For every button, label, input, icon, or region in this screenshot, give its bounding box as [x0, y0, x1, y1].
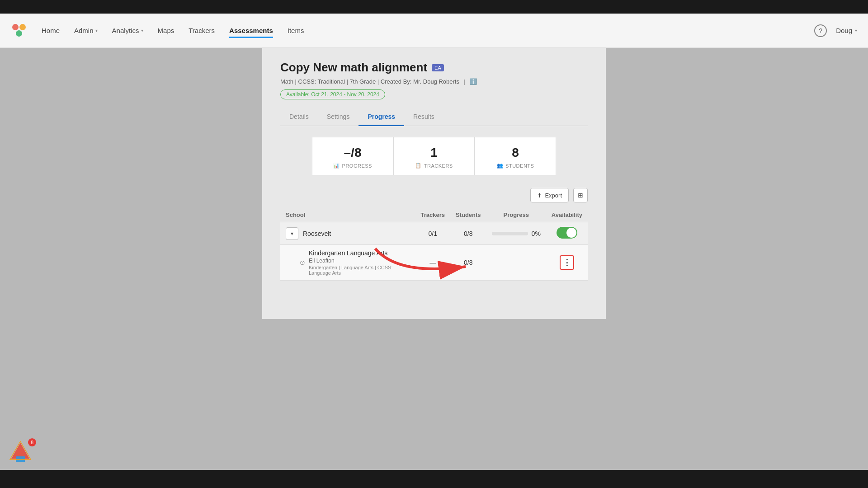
- chevron-down-icon: ▾: [291, 230, 293, 237]
- page-title: Copy New math alignment EA: [280, 61, 588, 75]
- stat-progress: –/8 📊 PROGRESS: [312, 137, 393, 175]
- stat-trackers: 1 📋 TRACKERS: [393, 137, 475, 175]
- bottom-bar: [0, 470, 868, 488]
- tab-results[interactable]: Results: [404, 108, 443, 126]
- main-content: Copy New math alignment EA Math | CCSS: …: [0, 48, 868, 470]
- toggle-knob: [566, 228, 576, 238]
- availability-badge: Available: Oct 21, 2024 - Nov 20, 2024: [280, 89, 385, 99]
- tracker-circle-icon: ⊙: [300, 259, 305, 266]
- table-row-tracker: ⊙ Kindergarten Language Arts Eli Leafton…: [280, 245, 588, 281]
- nav-maps[interactable]: Maps: [158, 23, 175, 38]
- tracker-progress-cell: [486, 245, 546, 281]
- tracker-info: Kindergarten Language Arts Eli Leafton K…: [309, 249, 410, 276]
- title-badge: EA: [432, 64, 444, 71]
- table-row-school: ▾ Roosevelt 0/1 0/8 0%: [280, 222, 588, 245]
- tracker-students-cell: 0/8: [450, 245, 486, 281]
- grid-icon: ⊞: [578, 192, 583, 199]
- page-meta: Math | CCSS: Traditional | 7th Grade | C…: [280, 78, 588, 85]
- svg-marker-4: [11, 443, 29, 459]
- svg-point-0: [12, 24, 19, 30]
- tabs: Details Settings Progress Results: [280, 108, 588, 126]
- content-panel: Copy New math alignment EA Math | CCSS: …: [262, 48, 606, 319]
- svg-point-1: [19, 24, 26, 30]
- school-progress-cell: 0%: [486, 222, 546, 245]
- school-students-cell: 0/8: [450, 222, 486, 245]
- stat-trackers-value: 1: [403, 145, 465, 160]
- nav-logo[interactable]: [11, 23, 27, 39]
- meta-separator: |: [464, 78, 465, 85]
- col-school: School: [280, 208, 415, 222]
- trackers-icon: 📋: [415, 163, 422, 169]
- nav-items: Home Admin ▾ Analytics ▾ Maps Trackers A…: [42, 23, 814, 38]
- school-trackers-cell: 0/1: [415, 222, 450, 245]
- notification-count: 8: [28, 438, 36, 446]
- stat-progress-value: –/8: [321, 145, 384, 160]
- stat-students-label: 👥 STUDENTS: [484, 163, 547, 169]
- admin-chevron-icon: ▾: [95, 28, 98, 33]
- user-chevron-icon: ▾: [855, 28, 857, 33]
- school-availability-cell: ✓: [546, 222, 588, 245]
- tracker-name-cell: ⊙ Kindergarten Language Arts Eli Leafton…: [280, 245, 415, 281]
- school-name-cell: ▾ Roosevelt: [280, 222, 415, 245]
- nav-home[interactable]: Home: [42, 23, 60, 38]
- analytics-chevron-icon: ▾: [141, 28, 143, 33]
- svg-point-2: [16, 30, 22, 37]
- expand-button[interactable]: ▾: [286, 227, 298, 240]
- help-button[interactable]: ?: [814, 24, 827, 37]
- stat-trackers-label: 📋 TRACKERS: [403, 163, 465, 169]
- stat-students: 8 👥 STUDENTS: [475, 137, 556, 175]
- tracker-availability-cell: ⋮: [546, 245, 588, 281]
- col-availability: Availability: [546, 208, 588, 222]
- table-toolbar: ⬆ Export ⊞: [280, 188, 588, 202]
- nav-assessments[interactable]: Assessments: [229, 23, 273, 38]
- availability-toggle[interactable]: ✓: [557, 227, 577, 239]
- nav-right: ? Doug ▾: [814, 24, 857, 37]
- progress-icon: 📊: [333, 163, 340, 169]
- students-icon: 👥: [497, 163, 504, 169]
- navbar: Home Admin ▾ Analytics ▾ Maps Trackers A…: [0, 14, 868, 48]
- nav-analytics[interactable]: Analytics ▾: [112, 23, 143, 38]
- user-menu[interactable]: Doug ▾: [836, 27, 857, 34]
- col-students: Students: [450, 208, 486, 222]
- nav-admin[interactable]: Admin ▾: [74, 23, 98, 38]
- info-icon[interactable]: ℹ️: [470, 78, 477, 85]
- tab-progress[interactable]: Progress: [359, 108, 404, 126]
- progress-bar: [492, 232, 528, 235]
- more-options-button[interactable]: ⋮: [560, 255, 574, 270]
- col-progress: Progress: [486, 208, 546, 222]
- tab-settings[interactable]: Settings: [318, 108, 359, 126]
- floating-notification[interactable]: 8: [9, 438, 36, 465]
- tab-details[interactable]: Details: [280, 108, 318, 126]
- col-trackers: Trackers: [415, 208, 450, 222]
- stats-row: –/8 📊 PROGRESS 1 📋 TRACKERS 8 👥 STUDENTS: [280, 137, 588, 175]
- nav-items[interactable]: Items: [288, 23, 304, 38]
- table-view-toggle[interactable]: ⊞: [573, 188, 588, 202]
- export-icon: ⬆: [537, 192, 542, 199]
- top-bar: [0, 0, 868, 14]
- tracker-trackers-cell: —: [415, 245, 450, 281]
- nav-trackers[interactable]: Trackers: [189, 23, 215, 38]
- stat-progress-label: 📊 PROGRESS: [321, 163, 384, 169]
- stat-students-value: 8: [484, 145, 547, 160]
- svg-rect-5: [16, 456, 25, 462]
- export-button[interactable]: ⬆ Export: [530, 188, 569, 202]
- data-table: School Trackers Students Progress Availa…: [280, 208, 588, 281]
- toggle-check-icon: ✓: [571, 230, 575, 236]
